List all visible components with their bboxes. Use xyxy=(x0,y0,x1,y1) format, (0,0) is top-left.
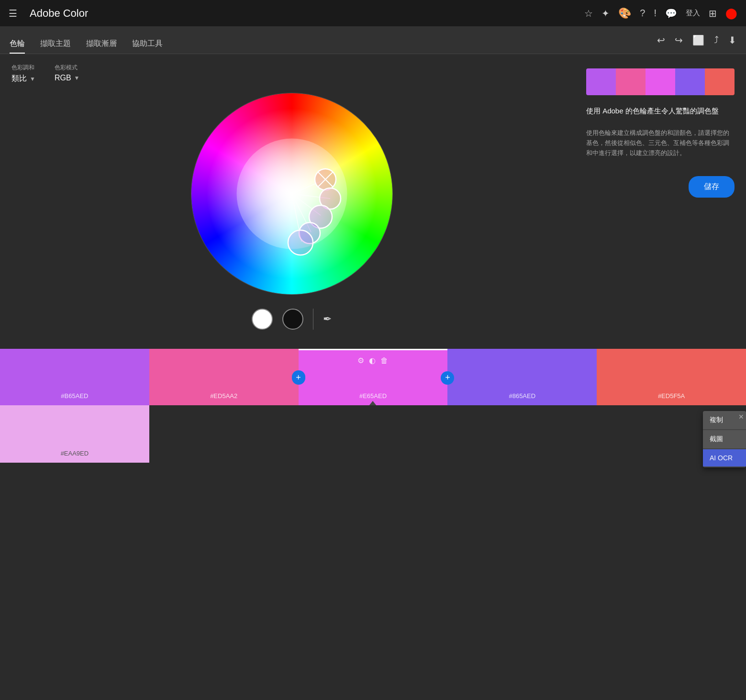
divider xyxy=(313,309,313,330)
tab-color-wheel[interactable]: 色輪 xyxy=(10,26,25,54)
preview-swatch-5 xyxy=(705,68,735,95)
left-panel: 色彩調和 類比 ▼ 色彩模式 RGB ▼ xyxy=(11,64,572,339)
swatch-2-4[interactable] xyxy=(447,405,597,463)
apps-grid-icon[interactable]: ⊞ xyxy=(709,8,717,19)
context-menu: ✕ 複制 截圖 AI OCR xyxy=(703,411,746,467)
settings-icon[interactable]: ⚙ xyxy=(357,356,364,365)
delete-icon[interactable]: 🗑 xyxy=(380,356,388,365)
tab-accessibility[interactable]: 協助工具 xyxy=(132,26,163,54)
preview-swatch-1 xyxy=(586,68,616,95)
undo-icon[interactable]: ↩ xyxy=(657,34,665,46)
harmony-control: 色彩調和 類比 ▼ xyxy=(11,64,35,84)
swatch-2[interactable]: + #ED5AA2 xyxy=(149,349,299,405)
harmony-dropdown-arrow: ▼ xyxy=(30,76,35,82)
swatches-row: #B65AED + #ED5AA2 + ⚙ ◐ 🗑 + #E65AED #865… xyxy=(0,349,746,405)
swatch-4[interactable]: #865AED xyxy=(447,349,597,405)
mode-control: 色彩模式 RGB ▼ xyxy=(55,64,80,84)
wheel-nodes-svg xyxy=(191,93,392,294)
nav-actions: ↩ ↪ ⬜ ⤴ ⬇ xyxy=(657,34,736,46)
harmony-label: 色彩調和 xyxy=(11,64,35,72)
info-desc: 使用色輪來建立構成調色盤的和諧顏色，請選擇您的基色，然後從相似色、三元色、互補色… xyxy=(586,128,735,158)
adobe-icon[interactable]: ⬤ xyxy=(725,7,737,20)
info-title: 使用 Adobe 的色輪產生令人驚豔的調色盤 xyxy=(586,107,735,116)
main-area: 色彩調和 類比 ▼ 色彩模式 RGB ▼ xyxy=(0,54,746,349)
color-wheel-container[interactable] xyxy=(11,93,572,294)
star-icon[interactable]: ☆ xyxy=(584,8,593,19)
save-button[interactable]: 儲存 xyxy=(689,176,735,198)
swatch-hex-2: #ED5AA2 xyxy=(210,392,237,400)
context-screenshot[interactable]: 截圖 xyxy=(703,430,746,448)
bottom-controls: ✒ xyxy=(11,309,572,330)
color-wheel-icon[interactable]: 🎨 xyxy=(618,7,631,20)
mode-dropdown[interactable]: RGB ▼ xyxy=(55,74,80,82)
alert-icon[interactable]: ! xyxy=(654,8,657,19)
share-icon[interactable]: ⤴ xyxy=(714,34,719,45)
swatch-hex-5: #ED5F5A xyxy=(658,392,685,400)
add-swatch-before-3[interactable]: + xyxy=(292,371,305,385)
swatch-2-3[interactable] xyxy=(299,405,448,463)
chat-icon[interactable]: 💬 xyxy=(665,8,677,19)
right-panel: 使用 Adobe 的色輪產生令人驚豔的調色盤 使用色輪來建立構成調色盤的和諧顏色… xyxy=(586,64,735,339)
redo-icon[interactable]: ↪ xyxy=(675,34,683,46)
swatch-hex-1: #B65AED xyxy=(61,392,88,400)
swatches-wrapper: #B65AED + #ED5AA2 + ⚙ ◐ 🗑 + #E65AED #865… xyxy=(0,349,746,463)
top-nav-icons: ☆ ✦ 🎨 ? ! 💬 登入 ⊞ ⬤ xyxy=(584,7,737,20)
preview-swatch-3 xyxy=(646,68,675,95)
swatch-5[interactable]: #ED5F5A ✕ 複制 截圖 AI OCR xyxy=(597,349,746,405)
app-title: Adobe Color xyxy=(30,7,577,20)
swatch-3[interactable]: + ⚙ ◐ 🗑 + #E65AED xyxy=(299,349,448,405)
swatch-1[interactable]: #B65AED xyxy=(0,349,149,405)
svg-point-11 xyxy=(288,230,313,255)
sun-icon[interactable]: ✦ xyxy=(601,8,610,19)
swatches-row-2: #EAA9ED xyxy=(0,405,746,463)
swatch-tools-3: ⚙ ◐ 🗑 xyxy=(357,356,388,365)
preview-swatch-2 xyxy=(616,68,646,95)
black-color-selector[interactable] xyxy=(282,309,303,330)
brightness-icon[interactable]: ◐ xyxy=(369,356,376,365)
swatch-2-1[interactable]: #EAA9ED xyxy=(0,405,149,463)
context-ai-ocr[interactable]: AI OCR xyxy=(703,449,746,467)
login-button[interactable]: 登入 xyxy=(686,9,700,18)
nav-tabs: 色輪 擷取主題 擷取漸層 協助工具 xyxy=(10,26,163,54)
add-swatch-after-3[interactable]: + xyxy=(441,371,454,385)
top-nav: ☰ Adobe Color ☆ ✦ 🎨 ? ! 💬 登入 ⊞ ⬤ xyxy=(0,0,746,26)
swatch-2-2[interactable] xyxy=(149,405,299,463)
tab-extract-gradient[interactable]: 擷取漸層 xyxy=(86,26,117,54)
swatch-hex-3: #E65AED xyxy=(359,392,387,400)
tab-extract-theme[interactable]: 擷取主題 xyxy=(40,26,71,54)
mode-dropdown-arrow: ▼ xyxy=(74,75,80,81)
download-icon[interactable]: ⬇ xyxy=(728,34,736,46)
swatch-hex-2-1: #EAA9ED xyxy=(61,450,89,457)
swatch-hex-4: #865AED xyxy=(509,392,535,400)
context-menu-close[interactable]: ✕ xyxy=(738,413,744,421)
palette-preview xyxy=(586,68,735,95)
mode-label: 色彩模式 xyxy=(55,64,80,72)
color-wheel[interactable] xyxy=(191,93,392,294)
fullscreen-icon[interactable]: ⬜ xyxy=(692,34,704,46)
controls-row: 色彩調和 類比 ▼ 色彩模式 RGB ▼ xyxy=(11,64,572,84)
white-color-selector[interactable] xyxy=(252,309,273,330)
hamburger-icon[interactable]: ☰ xyxy=(9,8,17,19)
help-icon[interactable]: ? xyxy=(640,8,645,19)
secondary-nav: 色輪 擷取主題 擷取漸層 協助工具 ↩ ↪ ⬜ ⤴ ⬇ xyxy=(0,26,746,54)
harmony-dropdown[interactable]: 類比 ▼ xyxy=(11,74,35,84)
preview-swatch-4 xyxy=(675,68,705,95)
eyedropper-icon[interactable]: ✒ xyxy=(323,313,332,325)
